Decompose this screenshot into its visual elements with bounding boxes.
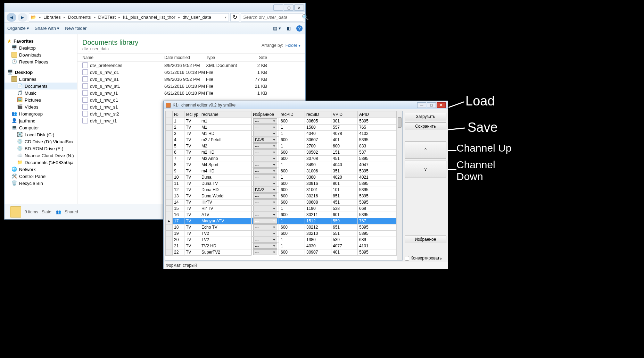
nav-cpanel[interactable]: 🛠️Control Panel	[5, 173, 77, 180]
channel-row[interactable]: 6TVm2 HD---▼60030502151537	[166, 149, 397, 155]
nav-desktop2[interactable]: 🖥️Desktop	[5, 69, 77, 76]
channel-up-button[interactable]: ^	[405, 141, 446, 159]
nav-downloads[interactable]: Downloads	[5, 51, 77, 58]
nav-documents[interactable]: 📄Documents	[5, 83, 77, 90]
forward-button[interactable]: ►	[18, 13, 27, 22]
search-box[interactable]: 🔍	[241, 13, 303, 22]
nav-localc[interactable]: 💽Local Disk (C:)	[5, 131, 77, 138]
fav-dropdown[interactable]: ---▼	[253, 206, 277, 211]
convert-checkbox[interactable]: Конвертировать	[405, 256, 446, 261]
nav-bde[interactable]: 💿BD-ROM Drive (E:)	[5, 145, 77, 152]
refresh-button[interactable]: ↻	[230, 13, 239, 22]
channel-grid[interactable]: № recTyp recName Избранное recPID recSID…	[165, 111, 403, 261]
channel-row[interactable]: 4TVm2 / PetofiFAV5▼600306074015395	[166, 137, 397, 143]
maximize-button[interactable]: ▢	[427, 102, 436, 108]
channel-row[interactable]: 21TVTV2 HD---▼1403040774101	[166, 243, 397, 249]
channel-row[interactable]: 8TVM4 Sport---▼1349040404047	[166, 162, 397, 168]
channel-row[interactable]: 1TVm1---▼600306053015395	[166, 118, 397, 125]
fav-dropdown[interactable]: ---▼	[253, 231, 277, 236]
favorites-button[interactable]: Избранное	[405, 236, 446, 243]
fav-dropdown[interactable]: ---▼	[253, 218, 277, 224]
channel-row[interactable]: 18TVEcho TV---▼600302126515395	[166, 224, 397, 230]
preview-pane-button[interactable]: ◧	[287, 26, 291, 31]
fav-dropdown[interactable]: ---▼	[253, 162, 277, 168]
channel-row[interactable]: 19TVTV2---▼600302105515395	[166, 230, 397, 237]
fav-dropdown[interactable]: FAV5▼	[253, 137, 277, 143]
nav-videos[interactable]: 🎬Videos	[5, 103, 77, 110]
nav-homegroup[interactable]: 👥Homegroup	[5, 110, 77, 117]
fav-dropdown[interactable]: ---▼	[253, 199, 277, 205]
file-row[interactable]: dvb_s_mw_t16/21/2016 10:18 PMFile1 KB	[77, 90, 305, 96]
file-row[interactable]: dvb_s_mw_d16/21/2016 10:18 PMFile1 KB	[77, 69, 305, 76]
channel-row[interactable]: 9TVm4 HD---▼600310063515395	[166, 168, 397, 174]
fav-dropdown[interactable]: ---▼	[253, 193, 277, 199]
fav-dropdown[interactable]: ---▼	[253, 174, 277, 180]
channel-row[interactable]: 16TVATV---▼600302116015395	[166, 212, 397, 218]
nav-jaufranc[interactable]: 👤jaufranc	[5, 117, 77, 124]
search-input[interactable]	[243, 15, 302, 20]
nav-network[interactable]: 🌐Network	[5, 166, 77, 173]
channel-row[interactable]: 2TVM1---▼11560557765	[166, 124, 397, 130]
fav-dropdown[interactable]: ---▼	[253, 249, 277, 255]
help-button[interactable]: ?	[296, 25, 303, 32]
fav-dropdown[interactable]: ---▼	[253, 131, 277, 136]
grid-scrollbar[interactable]	[397, 111, 402, 260]
nav-ncd[interactable]: ☁️Nuance Cloud Drive (N:)	[5, 152, 77, 159]
nav-desktop[interactable]: 🖥️Desktop	[5, 44, 77, 51]
fav-dropdown[interactable]: ---▼	[253, 125, 277, 130]
channel-row[interactable]: 3TVM1 HD---▼1404040784102	[166, 130, 397, 137]
channel-row[interactable]: 10TVDuna---▼1336040204021	[166, 174, 397, 180]
channel-row[interactable]: 5TVM2---▼12700600833	[166, 143, 397, 149]
fav-dropdown[interactable]: ---▼	[253, 150, 277, 155]
channel-row[interactable]: 13TVDuna World---▼600302168515395	[166, 193, 397, 199]
desktop-icon: 🖥️	[7, 69, 13, 75]
nav-docs[interactable]: 📁Documents (\\FX8350\ja	[5, 159, 77, 166]
channel-row[interactable]: 14TVHirTV---▼600306084515395	[166, 199, 397, 205]
save-button[interactable]: Сохранить	[405, 122, 446, 130]
fav-dropdown[interactable]: ---▼	[253, 224, 277, 230]
close-button[interactable]: ✕	[437, 102, 446, 108]
nav-cdd[interactable]: 💿CD Drive (D:) VirtualBox	[5, 138, 77, 145]
share-menu[interactable]: Share with ▾	[35, 26, 59, 31]
channel-row[interactable]: ▸17TVMagyar ATV---▼11512559767	[166, 218, 397, 224]
minimize-button[interactable]: —	[273, 5, 283, 11]
file-row[interactable]: dvb_s_mw_st16/21/2016 10:18 PMFile21 KB	[77, 83, 305, 90]
file-row[interactable]: dvb_s_mw_s18/9/2016 9:52 PMFile77 KB	[77, 76, 305, 83]
channel-row[interactable]: 12TVDuna HDFAV2▼600310011015395	[166, 187, 397, 193]
recent-icon: 🕓	[11, 59, 17, 65]
organize-menu[interactable]: Organize ▾	[7, 26, 29, 31]
maximize-button[interactable]: ▢	[284, 5, 294, 11]
channel-row[interactable]: 7TVM3 Anno---▼600307084515395	[166, 155, 397, 162]
back-button[interactable]: ◄	[7, 13, 16, 22]
arrange-folder-link[interactable]: Folder ▾	[286, 43, 300, 48]
nav-libraries[interactable]: Libraries	[5, 76, 77, 83]
newfolder-button[interactable]: New folder	[65, 26, 86, 31]
file-row[interactable]: dtv_preferences8/9/2016 9:52 PMXML Docum…	[77, 62, 305, 69]
channel-row[interactable]: 15TVHir TV---▼11190538668	[166, 205, 397, 212]
fav-dropdown[interactable]: ---▼	[253, 168, 277, 174]
fav-dropdown[interactable]: ---▼	[253, 237, 277, 242]
nav-music[interactable]: 🎵Music	[5, 90, 77, 96]
nav-recycle[interactable]: 🗑️Recycle Bin	[5, 180, 77, 187]
fav-dropdown[interactable]: ---▼	[253, 181, 277, 186]
nav-computer[interactable]: 💻Computer	[5, 124, 77, 131]
minimize-button[interactable]: —	[417, 102, 426, 108]
fav-dropdown[interactable]: ---▼	[253, 156, 277, 161]
channel-down-button[interactable]: v	[405, 161, 446, 178]
nav-favorites[interactable]: ★Favorites	[5, 38, 77, 44]
nav-recent[interactable]: 🕓Recent Places	[5, 58, 77, 65]
view-menu[interactable]: ▤ ▾	[273, 26, 281, 31]
close-button[interactable]: ✕	[294, 5, 304, 11]
fav-dropdown[interactable]: ---▼	[253, 118, 277, 124]
fav-dropdown[interactable]: ---▼	[253, 243, 277, 249]
fav-dropdown[interactable]: ---▼	[253, 212, 277, 218]
channel-row[interactable]: 20TVTV2---▼11380539689	[166, 237, 397, 243]
fav-dropdown[interactable]: ---▼	[253, 143, 277, 149]
nav-pictures[interactable]: 🖼️Pictures	[5, 96, 77, 103]
channel-row[interactable]: 22TVSuperTV2---▼600309074015395	[166, 249, 397, 255]
breadcrumb[interactable]: 📂 ▸ Libraries▸ Documents▸ DVBTest▸ k1_pl…	[29, 13, 229, 22]
file-header[interactable]: Name Date modified Type Size	[77, 53, 305, 62]
load-button[interactable]: Загрузить	[405, 113, 446, 120]
fav-dropdown[interactable]: FAV2▼	[253, 187, 277, 193]
channel-row[interactable]: 11TVDuna TV---▼600309168015395	[166, 180, 397, 187]
